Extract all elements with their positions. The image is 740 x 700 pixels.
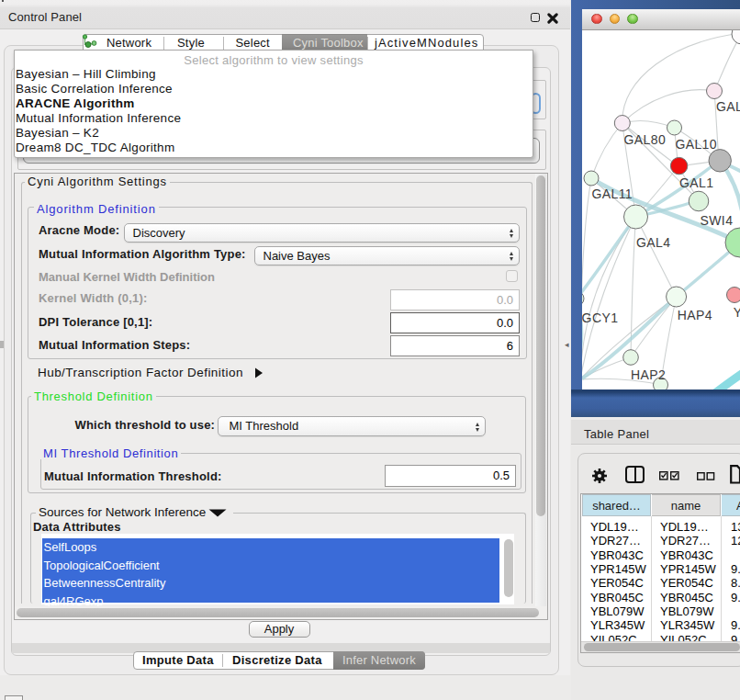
svg-text:GCY1: GCY1 [582,310,618,325]
svg-text:GAL4: GAL4 [636,235,670,250]
svg-text:HAP2: HAP2 [631,367,666,382]
svg-text:SWI4: SWI4 [701,213,734,228]
svg-text:GAL11: GAL11 [592,186,633,201]
svg-text:GAL1: GAL1 [679,175,713,190]
svg-text:Y: Y [734,305,740,320]
svg-text:HAP4: HAP4 [678,308,712,322]
svg-text:GAL80: GAL80 [624,132,667,147]
svg-text:GAL10: GAL10 [675,137,717,152]
svg-text:GAL: GAL [716,99,740,114]
